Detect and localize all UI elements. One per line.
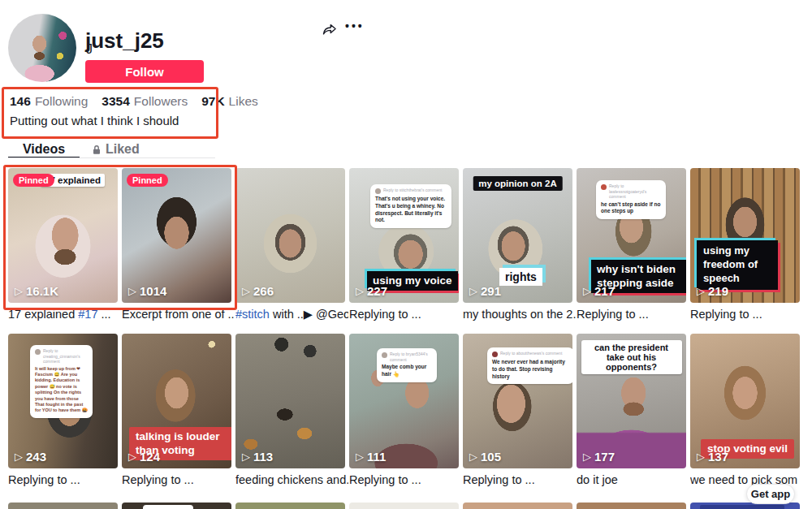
video-thumbnail[interactable]: Pinned ▷1014 bbox=[122, 168, 231, 303]
video-caption[interactable]: my thoughts on the 2... bbox=[463, 308, 576, 321]
view-count: ▷137 bbox=[697, 450, 728, 464]
play-icon: ▷ bbox=[15, 451, 23, 463]
likes-label: Likes bbox=[229, 94, 258, 109]
comment-body: he can't step aside if no one steps up bbox=[601, 201, 661, 216]
video-card: Reply to creating_cinnamon's comment It … bbox=[8, 334, 118, 486]
video-card: using my freedom of speech ▷219 Replying… bbox=[690, 168, 800, 321]
video-caption[interactable]: #stitch with ..▶ @GeoH bbox=[235, 308, 348, 321]
video-caption[interactable]: do it joe bbox=[577, 473, 689, 486]
video-caption[interactable]: 17 explained #17 ... bbox=[8, 308, 121, 321]
tab-videos[interactable]: Videos bbox=[8, 142, 80, 157]
video-text-sticker: using my freedom of speech bbox=[697, 240, 778, 290]
video-caption[interactable]: Replying to ... bbox=[8, 473, 121, 486]
video-thumbnail-partial[interactable] bbox=[577, 503, 686, 509]
view-count: ▷177 bbox=[583, 450, 615, 464]
video-caption[interactable]: feeding chickens and... bbox=[235, 473, 348, 486]
video-thumbnail[interactable]: Reply to aboutthenews's comment We never… bbox=[463, 334, 572, 468]
view-count: ▷113 bbox=[242, 450, 273, 464]
video-thumbnail[interactable]: can the president take out his opponents… bbox=[577, 334, 686, 468]
view-count: ▷124 bbox=[128, 450, 160, 464]
comment-reply-overlay: Reply to stitchthebrat's comment That's … bbox=[370, 184, 451, 228]
video-card: Reply to aboutthenews's comment We never… bbox=[463, 334, 572, 486]
following-label: Following bbox=[35, 94, 88, 109]
comment-body: That's not using your voice. That's u be… bbox=[375, 196, 447, 224]
video-thumbnail[interactable]: Reply to creating_cinnamon's comment It … bbox=[8, 334, 118, 468]
followers-stat[interactable]: 3354 Followers bbox=[102, 94, 188, 109]
profile-stats: 146 Following 3354 Followers 97K Likes bbox=[10, 94, 258, 109]
view-count: ▷217 bbox=[583, 284, 615, 298]
comment-body: Maybe comb your hair 👆 bbox=[382, 364, 432, 378]
tabs-divider bbox=[8, 157, 215, 158]
video-thumbnail[interactable]: talking is louder than voting ▷124 bbox=[122, 334, 231, 468]
view-count: ▷16.1K bbox=[15, 284, 58, 298]
video-thumbnail[interactable]: stop voting evil ▷137 bbox=[690, 334, 800, 468]
profile-bio: Putting out what I think I should bbox=[10, 114, 179, 127]
video-thumbnail-partial[interactable] bbox=[235, 503, 345, 509]
video-card: Pinned ▷1014 Excerpt from one of ... bbox=[122, 168, 231, 321]
following-stat[interactable]: 146 Following bbox=[10, 94, 88, 109]
play-icon: ▷ bbox=[356, 451, 364, 463]
video-thumbnail-partial[interactable] bbox=[8, 503, 118, 509]
hashtag-link: #stitch bbox=[235, 308, 270, 321]
get-app-button[interactable]: Get app bbox=[746, 484, 795, 504]
comment-header: Reply to bryan5344's comment bbox=[390, 352, 432, 362]
play-icon: ▷ bbox=[128, 285, 136, 297]
profile-avatar[interactable] bbox=[8, 14, 76, 82]
video-caption[interactable]: Replying to ... bbox=[122, 473, 235, 486]
more-options-icon[interactable]: ••• bbox=[345, 19, 365, 32]
video-card: my opinion on 2A rights ▷291 my thoughts… bbox=[463, 168, 572, 321]
followers-label: Followers bbox=[134, 94, 188, 109]
view-count: ▷266 bbox=[242, 284, 274, 298]
play-icon: ▷ bbox=[356, 285, 364, 297]
video-thumbnail[interactable]: Reply to lawlessnotgoateryd's comment he… bbox=[577, 168, 686, 303]
video-caption[interactable]: Replying to ... bbox=[690, 308, 803, 321]
view-count: ▷105 bbox=[469, 450, 501, 464]
pinned-badge: Pinned bbox=[127, 174, 168, 187]
video-thumbnail-partial[interactable] bbox=[463, 503, 572, 509]
video-caption[interactable]: Replying to ... bbox=[349, 473, 462, 486]
tab-liked[interactable]: Liked bbox=[92, 142, 140, 157]
play-icon: ▷ bbox=[469, 285, 477, 297]
play-icon: ▷ bbox=[15, 285, 23, 297]
comment-avatar bbox=[375, 188, 381, 194]
view-count: ▷243 bbox=[15, 450, 46, 464]
video-card: Reply to bryan5344's comment Maybe comb … bbox=[349, 334, 459, 486]
video-thumbnail[interactable]: ▷266 bbox=[235, 168, 345, 303]
video-card: Reply to stitchthebrat's comment That's … bbox=[349, 168, 459, 321]
comment-avatar bbox=[492, 352, 498, 357]
video-caption[interactable]: Replying to ... bbox=[463, 473, 576, 486]
likes-stat[interactable]: 97K Likes bbox=[201, 94, 258, 109]
video-thumbnail-partial[interactable] bbox=[122, 503, 231, 509]
lock-icon bbox=[92, 145, 102, 155]
video-card: stop voting evil ▷137 we need to pick so… bbox=[690, 334, 800, 486]
video-thumbnail-partial[interactable] bbox=[349, 503, 459, 509]
likes-count: 97K bbox=[201, 94, 224, 109]
play-icon: ▷ bbox=[583, 285, 591, 297]
video-text-sticker: can the president take out his opponents… bbox=[581, 340, 682, 374]
video-thumbnail[interactable]: using my freedom of speech ▷219 bbox=[690, 168, 800, 303]
video-caption[interactable]: Replying to ... bbox=[577, 308, 689, 321]
profile-username: just_j25 bbox=[85, 28, 164, 54]
comment-avatar bbox=[601, 184, 607, 190]
comment-header: Reply to creating_cinnamon's comment bbox=[43, 348, 88, 364]
video-thumbnail[interactable]: my opinion on 2A rights ▷291 bbox=[463, 168, 572, 303]
video-thumbnail[interactable]: Pinned 17 explained ▷16.1K bbox=[8, 168, 118, 303]
video-caption[interactable]: Replying to ... bbox=[349, 308, 462, 321]
video-thumbnail[interactable]: ▷113 bbox=[235, 334, 345, 468]
view-count: ▷1014 bbox=[128, 284, 166, 298]
comment-reply-overlay: Reply to aboutthenews's comment We never… bbox=[487, 347, 572, 384]
video-text-sticker: my opinion on 2A bbox=[473, 176, 562, 191]
follow-button[interactable]: Follow bbox=[85, 60, 204, 83]
video-thumbnail[interactable]: Reply to bryan5344's comment Maybe comb … bbox=[349, 334, 459, 468]
share-icon[interactable] bbox=[322, 21, 338, 37]
hashtag-link: #17 bbox=[78, 308, 97, 321]
play-icon: ▷ bbox=[583, 451, 591, 463]
comment-avatar bbox=[35, 349, 41, 355]
view-count: ▷219 bbox=[697, 284, 728, 298]
tiktok-profile-page: just_j25 J Follow ••• 146 Following 3354… bbox=[0, 0, 812, 509]
play-icon: ▷ bbox=[242, 285, 250, 297]
video-thumbnail[interactable]: Reply to stitchthebrat's comment That's … bbox=[349, 168, 459, 303]
video-caption[interactable]: Excerpt from one of ... bbox=[122, 308, 235, 321]
view-count: ▷111 bbox=[356, 450, 386, 464]
play-icon: ▷ bbox=[128, 451, 136, 463]
